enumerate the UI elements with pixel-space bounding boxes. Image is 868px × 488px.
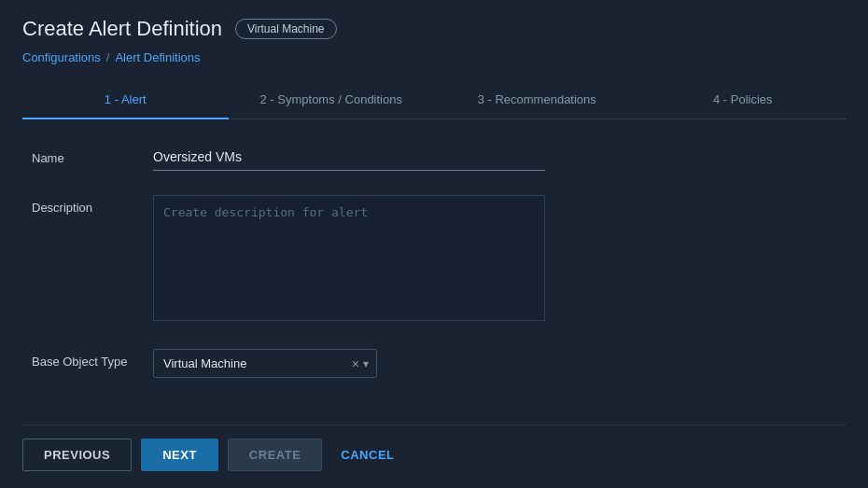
header-row: Create Alert Definition Virtual Machine [22,17,846,41]
footer: PREVIOUS NEXT CREATE CANCEL [22,425,846,488]
tabs: 1 - Alert 2 - Symptoms / Conditions 3 - … [22,81,846,119]
create-button[interactable]: CREATE [228,439,322,471]
name-row: Name [32,146,836,171]
tab-symptoms[interactable]: 2 - Symptoms / Conditions [229,81,435,119]
description-row: Description [32,195,836,325]
tab-recommendations[interactable]: 3 - Recommendations [434,81,640,119]
name-input[interactable] [153,146,545,171]
base-object-label: Base Object Type [32,349,153,369]
base-object-select[interactable]: Virtual Machine × ▾ [153,349,377,378]
cancel-button[interactable]: CANCEL [331,439,403,470]
base-object-value: Virtual Machine [154,350,344,377]
description-label: Description [32,195,153,215]
breadcrumb-separator: / [106,50,110,64]
base-object-wrapper: Virtual Machine × ▾ [153,349,545,378]
tab-policies[interactable]: 4 - Policies [640,81,847,119]
description-field-wrapper [153,195,545,325]
next-button[interactable]: NEXT [141,439,218,471]
description-input[interactable] [153,195,545,321]
breadcrumb-current[interactable]: Alert Definitions [115,50,200,64]
name-label: Name [32,146,153,165]
select-actions: × ▾ [344,356,376,371]
previous-button[interactable]: PREVIOUS [22,439,132,471]
object-type-badge: Virtual Machine [235,19,337,39]
tab-alert[interactable]: 1 - Alert [22,81,229,119]
form-body: Name Description Base Object Type Virtua… [22,146,846,425]
base-object-row: Base Object Type Virtual Machine × ▾ [32,349,836,378]
chevron-down-icon[interactable]: ▾ [363,357,369,370]
page-container: Create Alert Definition Virtual Machine … [0,0,868,488]
page-title: Create Alert Definition [22,17,222,41]
clear-icon[interactable]: × [352,356,359,371]
breadcrumb: Configurations / Alert Definitions [22,50,846,64]
breadcrumb-configurations[interactable]: Configurations [22,50,101,64]
name-field-wrapper [153,146,545,171]
